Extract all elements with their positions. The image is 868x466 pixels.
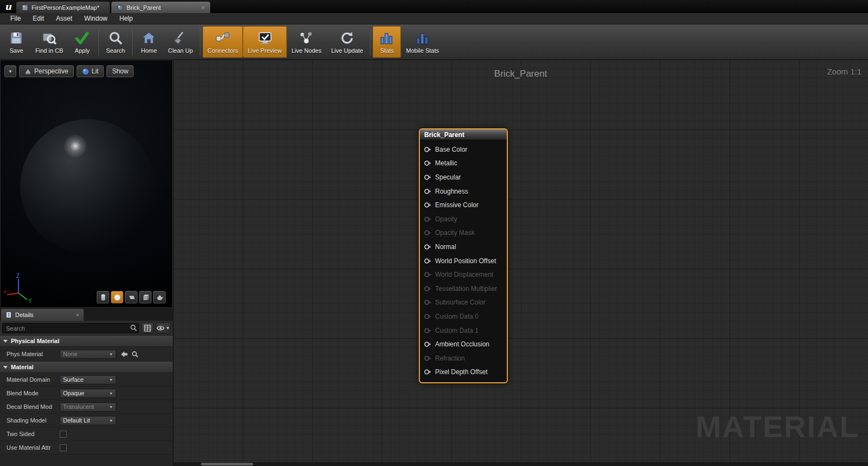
- toolbar-label: Home: [141, 47, 157, 54]
- pin-opacity-mask[interactable]: Opacity Mask: [420, 226, 507, 240]
- pin-custom-data-1[interactable]: Custom Data 1: [420, 324, 507, 338]
- pin-label: Refraction: [435, 355, 465, 362]
- pin-metallic[interactable]: Metallic: [420, 157, 507, 171]
- pin-specular[interactable]: Specular: [420, 170, 507, 184]
- pin-roughness[interactable]: Roughness: [420, 184, 507, 198]
- blend-mode-dropdown[interactable]: Opaque ▼: [60, 389, 116, 398]
- apply-button[interactable]: Apply: [68, 26, 96, 58]
- scrollbar-thumb[interactable]: [201, 463, 253, 465]
- save-button[interactable]: Save: [2, 26, 30, 58]
- live-update-button[interactable]: Live Update: [326, 26, 368, 58]
- two-sided-row: Two Sided: [0, 427, 173, 441]
- shading-model-dropdown[interactable]: Default Lit ▼: [60, 416, 116, 425]
- stats-button[interactable]: Stats: [373, 26, 401, 58]
- pin-base-color[interactable]: Base Color: [420, 142, 507, 157]
- cylinder-shape-button[interactable]: [97, 291, 109, 303]
- section-physical-material[interactable]: Physical Material: [0, 335, 173, 347]
- material-output-node[interactable]: Brick_Parent Base Color Metallic Specula…: [419, 128, 508, 383]
- pin-icon: [424, 271, 431, 278]
- details-search-input[interactable]: [2, 323, 139, 333]
- pin-label: Metallic: [435, 159, 457, 167]
- menu-file[interactable]: File: [4, 13, 27, 24]
- tab-brick-parent[interactable]: Brick_Parent ×: [111, 2, 210, 13]
- view-options-button[interactable]: ▼: [156, 322, 171, 334]
- details-tabstrip: Details ×: [0, 308, 173, 321]
- property-matrix-button[interactable]: [141, 322, 154, 334]
- pin-refraction[interactable]: Refraction: [420, 351, 507, 365]
- pin-label: Normal: [435, 243, 456, 251]
- menu-help[interactable]: Help: [114, 13, 139, 24]
- preview-viewport[interactable]: ▼ Perspective Lit Show Z Y x: [0, 60, 173, 308]
- phys-material-dropdown[interactable]: None ▼: [60, 350, 116, 359]
- node-header[interactable]: Brick_Parent: [420, 129, 507, 140]
- viewport-options-button[interactable]: ▼: [4, 65, 16, 77]
- live-nodes-button[interactable]: Live Nodes: [287, 26, 326, 58]
- sphere-shape-button[interactable]: [111, 291, 123, 303]
- material-preview-sphere[interactable]: [20, 119, 155, 254]
- tab-firstpersonexamplemap[interactable]: FirstPersonExampleMap*: [16, 2, 110, 13]
- toolbar-separator: [132, 28, 133, 55]
- pin-icon: [424, 173, 431, 181]
- pin-icon: [424, 243, 431, 251]
- plane-shape-button[interactable]: [125, 291, 137, 303]
- pin-subsurface-color[interactable]: Subsurface Color: [420, 296, 507, 310]
- menu-window[interactable]: Window: [78, 13, 114, 24]
- pin-emissive-color[interactable]: Emissive Color: [420, 198, 507, 212]
- use-selected-arrow-icon[interactable]: [120, 351, 128, 358]
- pin-normal[interactable]: Normal: [420, 240, 507, 254]
- pin-icon: [424, 229, 431, 237]
- prop-label: Material Domain: [7, 376, 60, 383]
- menu-edit[interactable]: Edit: [27, 13, 50, 24]
- section-title: Material: [11, 364, 34, 370]
- pin-world-displacement[interactable]: World Displacement: [420, 268, 507, 282]
- pin-icon: [424, 188, 431, 195]
- decal-blend-mode-dropdown[interactable]: Translucent ▼: [60, 402, 116, 412]
- home-button[interactable]: Home: [135, 26, 163, 58]
- two-sided-checkbox[interactable]: [60, 431, 67, 438]
- pin-icon: [424, 368, 431, 376]
- toolbar-label: Find in CB: [35, 47, 63, 54]
- material-domain-dropdown[interactable]: Surface ▼: [60, 375, 116, 384]
- search-button[interactable]: Search: [101, 26, 130, 58]
- tab-close-icon[interactable]: ×: [202, 4, 205, 11]
- prop-label: Decal Blend Mod: [7, 403, 60, 410]
- material-editor-window: u FirstPersonExampleMap* Brick_Parent × …: [0, 0, 868, 466]
- unreal-logo-icon: u: [0, 0, 16, 13]
- find-in-cb-button[interactable]: Find in CB: [30, 26, 68, 58]
- connectors-button[interactable]: Connectors: [203, 26, 243, 58]
- lit-button[interactable]: Lit: [77, 65, 104, 77]
- pin-world-position-offset[interactable]: World Position Offset: [420, 254, 507, 268]
- details-tab[interactable]: Details ×: [1, 309, 84, 321]
- graph-horizontal-scrollbar[interactable]: [173, 462, 868, 466]
- pin-pixel-depth-offset[interactable]: Pixel Depth Offset: [420, 365, 507, 380]
- teapot-shape-button[interactable]: [153, 291, 166, 303]
- details-tab-close-icon[interactable]: ×: [76, 312, 79, 318]
- cube-icon: [142, 294, 149, 301]
- axis-gizmo: Z Y x: [4, 272, 35, 304]
- pin-tessellation-multiplier[interactable]: Tessellation Multiplier: [420, 282, 507, 296]
- material-graph-canvas[interactable]: Brick_Parent Zoom 1:1 MATERIAL Brick_Par…: [173, 60, 868, 466]
- menu-asset[interactable]: Asset: [50, 13, 78, 24]
- browse-magnifier-icon[interactable]: [131, 351, 139, 358]
- cube-shape-button[interactable]: [139, 291, 152, 303]
- collapse-arrow-icon: [3, 366, 8, 369]
- show-button[interactable]: Show: [106, 65, 134, 77]
- mobile-stats-button[interactable]: Mobile Stats: [401, 26, 444, 58]
- toolbar: Save Find in CB Apply Search Home Clean …: [0, 24, 868, 60]
- save-icon: [9, 30, 24, 46]
- pin-custom-data-0[interactable]: Custom Data 0: [420, 309, 507, 324]
- prop-label: Two Sided: [7, 431, 60, 437]
- section-title: Physical Material: [11, 338, 59, 344]
- toolbar-label: Clean Up: [168, 47, 193, 54]
- details-tab-icon: [5, 312, 12, 318]
- tab-label: FirstPersonExampleMap*: [32, 4, 99, 11]
- live-nodes-icon: [299, 30, 314, 46]
- section-material[interactable]: Material: [0, 362, 173, 373]
- use-material-attributes-checkbox[interactable]: [60, 444, 67, 451]
- pin-opacity[interactable]: Opacity: [420, 212, 507, 226]
- live-preview-button[interactable]: Live Preview: [243, 26, 286, 58]
- clean-up-button[interactable]: Clean Up: [163, 26, 198, 58]
- pin-icon: [424, 313, 431, 320]
- perspective-button[interactable]: Perspective: [19, 65, 74, 77]
- pin-ambient-occlusion[interactable]: Ambient Occlusion: [420, 337, 507, 351]
